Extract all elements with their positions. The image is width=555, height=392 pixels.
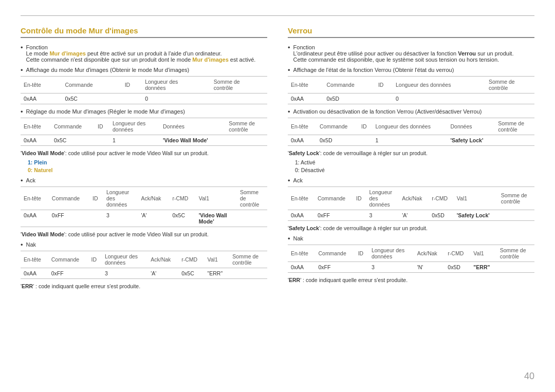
rtd-longueur2: 1: [373, 135, 448, 146]
bullet-dot: •: [21, 44, 23, 63]
td-val3: 'Video WallMode': [196, 210, 237, 227]
left-nak-bullet: • Nak: [21, 241, 267, 249]
left-table1: En-tête Commande ID Longueur desdonnées …: [21, 76, 267, 104]
th-id2: ID: [95, 118, 109, 135]
right-err-note: 'ERR' : code indiquant quelle erreur s'e…: [288, 277, 534, 283]
rtd-entete3: 0xAA: [288, 210, 314, 221]
top-divider: [21, 15, 534, 16]
th-rcmd3: r-CMD: [169, 187, 195, 210]
right-fonction-text2: Cette commande est disponible, que le sy…: [293, 57, 499, 63]
rth-commande: Commande: [323, 77, 375, 94]
right-affichage-bullet: • Affichage de l'état de la fonction Ver…: [288, 67, 534, 74]
right-table1: En-tête Commande ID Longueur des données…: [288, 76, 534, 104]
td-longueur: 0: [142, 94, 211, 104]
rth-acknak4: Ack/Nak: [414, 245, 445, 262]
rth-longueur: Longueur des données: [393, 77, 486, 94]
left-reglage-bullet: • Réglage du mode Mur d'images (Régler l…: [21, 108, 267, 116]
rth-rcmd4: r-CMD: [445, 245, 470, 262]
td-commande2: 0x5C: [51, 135, 95, 146]
th-longueur2: Longueur desdonnées: [109, 118, 160, 135]
left-column: Contrôle du mode Mur d'images • Fonction…: [21, 26, 267, 292]
right-fonction-text1: L'ordinateur peut être utilisé pour acti…: [293, 50, 514, 57]
rtd-somme4: [497, 262, 534, 273]
th-rcmd4: r-CMD: [178, 251, 204, 268]
th-somme: Somme decontrôle: [211, 77, 267, 94]
th-id3: ID: [89, 187, 103, 210]
th-commande3: Commande: [49, 187, 89, 210]
right-table2: En-tête Commande ID Longueur des données…: [288, 118, 534, 146]
rth-commande4: Commande: [315, 245, 355, 262]
th-id: ID: [122, 77, 142, 94]
left-table3: En-tête Commande ID Longueurdesdonnées A…: [21, 186, 267, 227]
left-err-note: 'ERR' : code indiquant quelle erreur s'e…: [21, 283, 267, 289]
rtd-id4: [355, 262, 368, 273]
td-commande: 0x5C: [62, 94, 121, 104]
left-table4: En-tête Commande ID Longueur desdonnées …: [21, 251, 267, 279]
rtd-somme: [486, 94, 534, 104]
rth-longueur3: Longueurdesdonnées: [366, 187, 399, 210]
sl-note2: 'Safety Lock': code de verrouillage à ré…: [288, 225, 534, 231]
td-entete4: 0xAA: [21, 268, 48, 279]
right-activation-label: Activation ou désactivation de la foncti…: [293, 108, 482, 116]
rth-id: ID: [375, 77, 393, 94]
bullet-dot-r3: •: [288, 108, 290, 116]
th-commande2: Commande: [51, 118, 95, 135]
td-id: [122, 94, 142, 104]
th-commande: Commande: [62, 77, 121, 94]
th-longueur4: Longueur desdonnées: [102, 251, 147, 268]
rth-longueur2: Longueur des données: [373, 118, 448, 135]
left-nak-label: Nak: [26, 241, 36, 249]
rth-entete: En-tête: [288, 77, 323, 94]
td-id2: [95, 135, 109, 146]
rth-rcmd3: r-CMD: [429, 187, 454, 210]
th-id4: ID: [88, 251, 102, 268]
left-ack-label: Ack: [26, 177, 35, 184]
right-nak-label: Nak: [293, 235, 304, 242]
td-longueur2: 1: [109, 135, 160, 146]
rtd-commande: 0x5D: [323, 94, 375, 104]
page-layout: Contrôle du mode Mur d'images • Fonction…: [21, 26, 534, 292]
right-activation-bullet: • Activation ou désactivation de la fonc…: [288, 108, 534, 116]
rtd-commande2: 0x5D: [317, 135, 358, 146]
rth-somme4: Somme decontrôle: [497, 245, 534, 262]
left-bold2: Mur d'images: [192, 57, 228, 63]
td-acknak3: 'A': [138, 210, 169, 227]
td-commande4: 0xFF: [48, 268, 88, 279]
td-acknak4: 'A': [147, 268, 178, 279]
rth-commande2: Commande: [317, 118, 358, 135]
rth-somme: Somme decontrôle: [486, 77, 534, 94]
rth-donnees2: Données: [447, 118, 495, 135]
rtd-longueur3: 3: [366, 210, 399, 221]
rtd-somme2: [495, 135, 534, 146]
th-longueur3: Longueurdesdonnées: [103, 187, 138, 210]
page-number: 40: [524, 371, 534, 382]
right-nak-bullet: • Nak: [288, 235, 534, 242]
sl-note1: 'Safety Lock': code de verrouillage à ré…: [288, 150, 534, 156]
vwm-note1: 'Video Wall Mode': code utilisé pour act…: [21, 150, 267, 156]
td-id4: [88, 268, 102, 279]
rtd-entete4: 0xAA: [288, 262, 315, 273]
vwm-note2: 'Video Wall Mode': code utilisé pour act…: [21, 231, 267, 237]
table-row: 0xAA 0xFF 3 'A' 0x5C 'Video WallMode': [21, 210, 267, 227]
rth-somme3: Somme decontrôle: [498, 187, 534, 210]
rtd-entete2: 0xAA: [288, 135, 317, 146]
td-somme: [211, 94, 267, 104]
bullet-dot-r1: •: [288, 44, 290, 63]
table-row: 0xAA 0x5D 0: [288, 94, 534, 104]
td-entete2: 0xAA: [21, 135, 51, 146]
active-label: 1: Activé: [288, 159, 534, 165]
desactive-label: 0: Désactivé: [288, 167, 534, 173]
rtd-rcmd3: 0x5D: [429, 210, 454, 221]
th-somme2: Somme decontrôle: [226, 118, 267, 135]
rth-id4: ID: [355, 245, 368, 262]
right-ack-label: Ack: [293, 177, 303, 184]
td-longueur3: 3: [103, 210, 138, 227]
rtd-acknak3: 'A': [399, 210, 429, 221]
rtd-val4: "ERR": [470, 262, 496, 273]
bullet-dot3: •: [21, 108, 23, 116]
td-rcmd3: 0x5C: [169, 210, 195, 227]
td-somme3: [237, 210, 267, 227]
right-table3: En-tête Commande ID Longueurdesdonnées A…: [288, 186, 534, 221]
naturel-label: 0: Naturel: [21, 167, 267, 173]
th-entete3: En-tête: [21, 187, 49, 210]
